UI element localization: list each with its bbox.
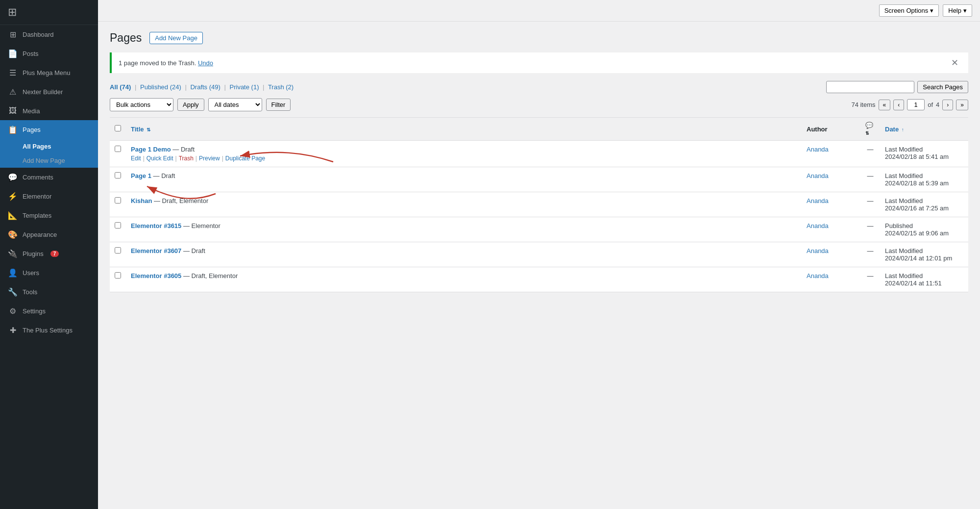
media-icon: 🖼 — [8, 106, 18, 115]
apply-button[interactable]: Apply — [177, 99, 204, 111]
table-row: Kishan — Draft, ElementorAnanda—Last Mod… — [110, 192, 968, 217]
sidebar-item-label: Pages — [23, 126, 41, 133]
add-new-page-button[interactable]: Add New Page — [149, 32, 203, 44]
help-button[interactable]: Help ▾ — [943, 4, 972, 17]
filter-private[interactable]: Private (1) — [230, 83, 259, 91]
bulk-actions-select[interactable]: Bulk actions Edit Move to Trash — [110, 98, 173, 111]
filter-trash[interactable]: Trash (2) — [268, 83, 294, 91]
row-action-duplicate-page[interactable]: Duplicate Page — [225, 155, 265, 162]
current-page-input[interactable] — [907, 99, 925, 110]
sidebar-item-tools[interactable]: 🔧 Tools — [0, 282, 98, 302]
row-action-edit[interactable]: Edit — [131, 155, 141, 162]
author-link[interactable]: Ananda — [807, 146, 829, 153]
page-title-link[interactable]: Elementor #3607 — [131, 247, 181, 254]
next-page-button[interactable]: › — [942, 100, 953, 110]
sidebar-item-users[interactable]: 👤 Users — [0, 263, 98, 282]
sidebar-item-posts[interactable]: 📄 Posts — [0, 44, 98, 63]
search-input[interactable] — [826, 81, 914, 93]
th-title[interactable]: Title ⇅ — [126, 118, 802, 141]
sidebar-item-the-plus-settings[interactable]: ✚ The Plus Settings — [0, 321, 98, 340]
screen-options-chevron-icon: ▾ — [930, 7, 933, 14]
author-link[interactable]: Ananda — [807, 272, 829, 280]
th-date[interactable]: Date ↑ — [880, 118, 968, 141]
select-all-checkbox[interactable] — [115, 125, 121, 131]
last-page-button[interactable]: » — [956, 100, 968, 110]
row-checkbox[interactable] — [115, 222, 121, 229]
author-link[interactable]: Ananda — [807, 197, 829, 204]
prev-page-button[interactable]: ‹ — [893, 100, 904, 110]
search-pages-button[interactable]: Search Pages — [917, 81, 968, 93]
row-checkbox[interactable] — [115, 247, 121, 254]
date-cell: Last Modified2024/02/18 at 5:39 am — [880, 167, 968, 192]
notice-close-button[interactable]: ✕ — [948, 57, 961, 68]
page-status: — Draft, Elementor — [181, 272, 238, 280]
page-header: Pages Add New Page — [110, 31, 968, 45]
total-pages: 4 — [936, 101, 939, 108]
sidebar-item-pages[interactable]: 📋 Pages — [0, 120, 98, 139]
author-link[interactable]: Ananda — [807, 247, 829, 254]
page-title-link[interactable]: Kishan — [131, 197, 152, 204]
mega-menu-icon: ☰ — [8, 68, 18, 77]
page-title-link[interactable]: Page 1 Demo — [131, 146, 171, 153]
help-label: Help — [948, 7, 961, 14]
first-page-button[interactable]: « — [879, 100, 891, 110]
sidebar-item-appearance[interactable]: 🎨 Appearance — [0, 225, 98, 244]
table-row: Elementor #3605 — Draft, ElementorAnanda… — [110, 267, 968, 292]
search-pages-wrap: Search Pages — [826, 81, 968, 93]
plugins-icon: 🔌 — [8, 249, 18, 258]
sidebar-item-nexter-builder[interactable]: ⚠ Nexter Builder — [0, 82, 98, 102]
title-sort-link[interactable]: Title ⇅ — [131, 126, 150, 133]
page-title-link[interactable]: Page 1 — [131, 172, 151, 179]
elementor-icon: ⚡ — [8, 192, 18, 201]
filter-drafts[interactable]: Drafts (49) — [190, 83, 220, 91]
sidebar-sub-all-pages[interactable]: All Pages — [0, 139, 98, 153]
date-sort-link[interactable]: Date ↑ — [885, 126, 904, 133]
sidebar-item-label: Plus Mega Menu — [23, 69, 71, 76]
sidebar-item-label: Dashboard — [23, 31, 54, 38]
plus-settings-icon: ✚ — [8, 326, 18, 335]
sidebar-item-label: The Plus Settings — [23, 327, 73, 334]
date-filter-select[interactable]: All dates — [208, 98, 262, 111]
content-area: Pages Add New Page 1 page moved to the T… — [98, 22, 980, 509]
sidebar-item-label: Appearance — [23, 231, 57, 238]
filter-all[interactable]: All (74) — [110, 83, 131, 91]
author-link[interactable]: Ananda — [807, 172, 829, 179]
table-row: Page 1 Demo — DraftEdit | Quick Edit | T… — [110, 141, 968, 167]
page-status: — Draft, Elementor — [152, 197, 208, 204]
pages-table: Title ⇅ Author 💬 ⇅ Date ↑ Page 1 — [110, 117, 968, 292]
sidebar-item-comments[interactable]: 💬 Comments — [0, 168, 98, 187]
filter-published[interactable]: Published (24) — [140, 83, 181, 91]
row-action-trash[interactable]: Trash — [179, 155, 194, 162]
sidebar-item-elementor[interactable]: ⚡ Elementor — [0, 187, 98, 206]
row-checkbox[interactable] — [115, 272, 121, 279]
author-link[interactable]: Ananda — [807, 222, 829, 229]
undo-link[interactable]: Undo — [198, 59, 213, 67]
help-chevron-icon: ▾ — [963, 7, 967, 14]
sidebar-item-settings[interactable]: ⚙ Settings — [0, 302, 98, 321]
table-header-row: Title ⇅ Author 💬 ⇅ Date ↑ — [110, 118, 968, 141]
sidebar-item-plugins[interactable]: 🔌 Plugins 7 — [0, 244, 98, 263]
items-count: 74 items — [851, 101, 875, 108]
page-title-link[interactable]: Elementor #3615 — [131, 222, 181, 229]
filter-button[interactable]: Filter — [266, 99, 291, 111]
sidebar-item-label: Tools — [23, 288, 37, 296]
sidebar-item-templates[interactable]: 📐 Templates — [0, 206, 98, 225]
row-action-quick-edit[interactable]: Quick Edit — [147, 155, 173, 162]
row-checkbox[interactable] — [115, 197, 121, 204]
tools-icon: 🔧 — [8, 287, 18, 297]
sidebar-item-label: Elementor — [23, 193, 51, 200]
row-action-preview[interactable]: Preview — [199, 155, 220, 162]
date-cell: Published2024/02/15 at 9:06 am — [880, 217, 968, 242]
page-status: — Draft — [171, 146, 195, 153]
pagination: 74 items « ‹ of 4 › » — [851, 99, 968, 110]
row-checkbox[interactable] — [115, 146, 121, 152]
pages-submenu: All Pages Add New Page — [0, 139, 98, 168]
sidebar-sub-add-new-page[interactable]: Add New Page — [0, 153, 98, 168]
screen-options-button[interactable]: Screen Options ▾ — [879, 4, 939, 17]
page-title-link[interactable]: Elementor #3605 — [131, 272, 181, 280]
sidebar-item-dashboard[interactable]: ⊞ Dashboard — [0, 25, 98, 44]
topbar: Screen Options ▾ Help ▾ — [98, 0, 980, 22]
row-checkbox[interactable] — [115, 172, 121, 178]
sidebar-item-plus-mega-menu[interactable]: ☰ Plus Mega Menu — [0, 63, 98, 82]
sidebar-item-media[interactable]: 🖼 Media — [0, 102, 98, 120]
